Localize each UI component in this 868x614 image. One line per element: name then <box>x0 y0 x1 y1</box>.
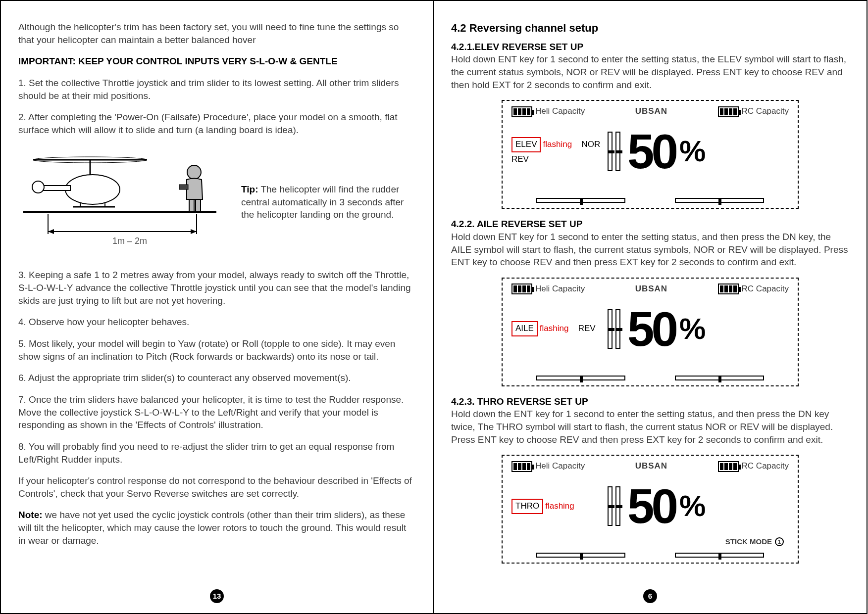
helicopter-figure: 1m – 2m <box>18 145 231 259</box>
flashing-label: flashing <box>540 324 569 333</box>
brand-logo: UBSAN <box>635 283 667 295</box>
thro-symbol: THRO <box>511 499 543 514</box>
battery-icon <box>718 461 739 472</box>
flash-indicator: AILEflashing REV <box>511 321 601 336</box>
battery-icon <box>511 283 532 294</box>
battery-icon <box>511 106 532 117</box>
step-2: 2. After completing the 'Power-On (Fails… <box>18 111 415 136</box>
svg-rect-11 <box>189 199 194 212</box>
svg-rect-13 <box>179 185 188 189</box>
vertical-trim-bars <box>608 132 620 171</box>
step-4: 4. Observe how your helicopter behaves. <box>18 316 415 329</box>
rev-option: REV <box>578 324 596 333</box>
figure-caption: 1m – 2m <box>112 236 147 246</box>
sub-4-2-2-title: 4.2.2. AILE REVERSE SET UP <box>451 218 849 231</box>
horizontal-trim-bar <box>675 553 764 558</box>
lcd-elev: Heli Capacity UBSAN RC Capacity ELEVflas… <box>502 100 799 209</box>
sub-4-2-3-body: Hold down the ENT key for 1 second to en… <box>451 408 849 446</box>
elev-symbol: ELEV <box>511 137 541 152</box>
important-line: IMPORTANT: KEEP YOUR CONTROL INPUTS VERY… <box>18 55 415 68</box>
stick-mode-label: STICK MODE1 <box>725 537 784 547</box>
horizontal-trim-bar <box>536 553 625 558</box>
step-1: 1. Set the collective Throttle joystick … <box>18 77 415 102</box>
step-8: 8. You will probably find you need to re… <box>18 440 415 466</box>
flash-indicator: THROflashing <box>511 499 601 514</box>
horizontal-trim-bar <box>675 198 764 203</box>
tip-body: The helicopter will find the rudder cent… <box>241 184 404 220</box>
battery-icon <box>718 106 739 117</box>
mode-number-icon: 1 <box>775 537 784 546</box>
tip-label: Tip: <box>241 184 258 194</box>
page-number-right: 6 <box>643 589 657 603</box>
battery-icon <box>511 461 532 472</box>
helicopter-illustration-icon: 1m – 2m <box>18 145 231 259</box>
step-7: 7. Once the trim sliders have balanced y… <box>18 393 415 431</box>
note-label: Note: <box>18 510 43 520</box>
page-left: Although the helicopter's trim has been … <box>0 0 434 614</box>
rc-capacity-label: RC Capacity <box>718 283 789 295</box>
intro-paragraph: Although the helicopter's trim has been … <box>18 21 415 46</box>
brand-logo: UBSAN <box>635 106 667 117</box>
note-pre: If your helicopter's control response do… <box>18 474 415 500</box>
step-6: 6. Adjust the appropriate trim slider(s)… <box>18 372 415 384</box>
step-5: 5. Most likely, your model will begin to… <box>18 337 415 363</box>
tip-block: Tip: The helicopter will find the rudder… <box>241 183 405 221</box>
helicopter-figure-row: 1m – 2m Tip: The helicopter will find th… <box>18 145 415 259</box>
horizontal-trim-bar <box>536 198 625 203</box>
heli-capacity-label: Heli Capacity <box>511 106 585 117</box>
step-3: 3. Keeping a safe 1 to 2 metres away fro… <box>18 269 415 307</box>
sub-4-2-3-title: 4.2.3. THRO REVERSE SET UP <box>451 395 849 408</box>
heli-capacity-label: Heli Capacity <box>511 461 585 472</box>
percent-display: 50% <box>627 127 703 176</box>
vertical-trim-bars <box>608 309 620 349</box>
vertical-trim-bars <box>608 486 620 526</box>
sub-4-2-1-body: Hold down ENT key for 1 second to enter … <box>451 53 849 91</box>
horizontal-trim-bar <box>675 376 764 380</box>
brand-logo: UBSAN <box>635 461 667 472</box>
note-body: we have not yet used the cyclic joystick… <box>18 510 406 545</box>
svg-marker-18 <box>191 229 197 234</box>
rc-capacity-label: RC Capacity <box>718 106 789 117</box>
svg-marker-17 <box>48 229 54 234</box>
flash-indicator: ELEVflashing NORREV <box>511 137 601 165</box>
svg-rect-4 <box>41 186 70 190</box>
percent-display: 50% <box>627 305 703 353</box>
lcd-thro: Heli Capacity UBSAN RC Capacity THROflas… <box>502 455 799 564</box>
sub-4-2-1-title: 4.2.1.ELEV REVERSE SET UP <box>451 41 849 53</box>
sub-4-2-2-body: Hold down ENT key for 1 second to enter … <box>451 231 849 269</box>
heli-capacity-label: Heli Capacity <box>511 283 585 295</box>
section-4-2-heading: 4.2 Reversing channel setup <box>451 21 849 36</box>
svg-point-10 <box>187 165 201 179</box>
aile-symbol: AILE <box>511 321 538 336</box>
battery-icon <box>718 283 739 294</box>
page-right: 4.2 Reversing channel setup 4.2.1.ELEV R… <box>434 0 868 614</box>
rc-capacity-label: RC Capacity <box>718 461 789 472</box>
percent-display: 50% <box>627 482 703 530</box>
horizontal-trim-bar <box>536 376 625 380</box>
page-number-left: 13 <box>210 589 224 603</box>
svg-point-5 <box>32 181 44 193</box>
flashing-label: flashing <box>543 140 572 149</box>
lcd-aile: Heli Capacity UBSAN RC Capacity AILEflas… <box>502 278 799 386</box>
svg-rect-12 <box>196 199 201 212</box>
note-block: Note: we have not yet used the cyclic jo… <box>18 509 415 547</box>
flashing-label: flashing <box>545 501 574 511</box>
svg-point-3 <box>65 175 120 204</box>
